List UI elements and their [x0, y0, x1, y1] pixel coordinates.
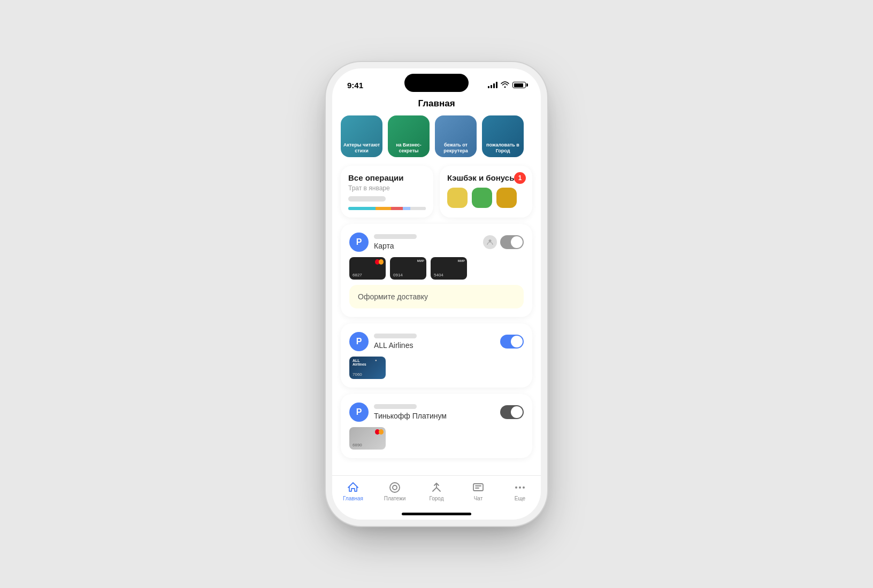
- tab-payments-label: Платежи: [384, 496, 406, 501]
- account2-row: P ALL Airlines: [349, 332, 524, 351]
- delivery-banner[interactable]: Оформите доставку: [349, 285, 524, 308]
- cashback-circle-3: [496, 188, 517, 208]
- account3-info: Тинькофф Платинум: [374, 404, 447, 420]
- account3-mini-cards: 6890: [349, 427, 524, 450]
- mini-card-5404[interactable]: МИР 5404: [431, 257, 467, 280]
- story-item-4[interactable]: пожаловать в Город: [482, 115, 524, 157]
- svg-point-0: [489, 239, 492, 242]
- story-label-3: бежать от рекрутера: [437, 142, 474, 154]
- story-label-4: пожаловать в Город: [484, 142, 522, 154]
- tab-city-label: Город: [429, 496, 443, 501]
- cashback-title: Кэшбэк и бонусы: [447, 173, 525, 182]
- status-icons: [488, 81, 526, 89]
- svg-rect-3: [473, 484, 483, 491]
- cashback-circle-1: [447, 188, 468, 208]
- story-label-1: Актеры читают стихи: [343, 142, 380, 154]
- account2-info: ALL Airlines: [374, 334, 417, 350]
- bottom-spacer: [332, 465, 541, 473]
- airlines-logo: ALLAirlines: [353, 359, 366, 366]
- account1-toggle-knob: [511, 236, 523, 248]
- tab-chat[interactable]: Чат: [462, 481, 494, 501]
- tab-city[interactable]: Город: [420, 481, 453, 501]
- mini-card-7060[interactable]: ALLAirlines ● 7060: [349, 357, 386, 379]
- tab-home-label: Главная: [343, 496, 363, 501]
- account2-card[interactable]: P ALL Airlines ALLAirlines ● 7060: [341, 323, 532, 388]
- tab-home[interactable]: Главная: [337, 481, 369, 501]
- tab-payments[interactable]: Платежи: [379, 481, 411, 501]
- card-number-0914: 0914: [393, 273, 403, 277]
- stories-row[interactable]: Актеры читают стихи на Бизнес-секреты бе…: [332, 115, 541, 166]
- account1-person-icon: [483, 235, 497, 249]
- signal-icon: [488, 82, 497, 88]
- cashback-card[interactable]: 1 Кэшбэк и бонусы: [440, 166, 532, 218]
- home-indicator: [402, 513, 471, 515]
- account2-toggle[interactable]: [500, 335, 524, 349]
- mini-card-6827[interactable]: 6827: [349, 257, 386, 280]
- card-number-6827: 6827: [353, 273, 362, 277]
- account1-toggle[interactable]: [500, 235, 524, 249]
- account3-card[interactable]: P Тинькофф Платинум 6890: [341, 394, 532, 458]
- account1-toggle-right: [483, 235, 524, 249]
- account3-toggle-knob: [511, 406, 523, 418]
- card-number-7060: 7060: [353, 372, 382, 377]
- account2-left: P ALL Airlines: [349, 332, 417, 351]
- account2-p-icon: P: [349, 332, 369, 351]
- card-number-6890: 6890: [353, 443, 362, 447]
- account3-toggle[interactable]: [500, 405, 524, 419]
- top-cards-row: Все операции Трат в январе 1 Кэшбэк и бо…: [341, 166, 532, 218]
- story-label-2: на Бизнес-секреты: [390, 142, 427, 154]
- tab-more[interactable]: Еще: [504, 481, 536, 501]
- svg-point-4: [515, 486, 517, 489]
- page-title: Главная: [332, 94, 541, 115]
- account1-mini-cards: 6827 МИР 0914 МИР 5404: [349, 257, 524, 280]
- cashback-circles: [447, 188, 525, 208]
- tab-more-label: Еще: [515, 496, 525, 501]
- all-ops-amount-blurred: [348, 196, 386, 202]
- account3-row: P Тинькофф Платинум: [349, 403, 524, 422]
- all-ops-title: Все операции: [348, 173, 426, 182]
- wifi-icon: [501, 81, 509, 89]
- mini-card-6890[interactable]: 6890: [349, 427, 386, 450]
- account2-label: ALL Airlines: [374, 341, 417, 350]
- svg-point-1: [390, 483, 400, 492]
- all-ops-subtitle: Трат в январе: [348, 184, 426, 192]
- account1-row: P Карта: [349, 233, 524, 252]
- account3-left: P Тинькофф Платинум: [349, 403, 447, 422]
- account1-card[interactable]: P Карта: [341, 224, 532, 317]
- account1-amount-blurred: [374, 234, 417, 239]
- card-number-5404: 5404: [434, 273, 443, 277]
- svg-point-6: [523, 486, 525, 489]
- phone-frame: 9:41 Главная Актеры чита: [332, 68, 541, 520]
- cashback-badge: 1: [514, 172, 526, 184]
- tab-chat-label: Чат: [474, 496, 483, 501]
- svg-point-2: [393, 485, 397, 490]
- mastercard-logo-6890: [375, 429, 384, 435]
- all-ops-progress: [348, 207, 426, 210]
- dynamic-island: [404, 74, 469, 92]
- account3-label: Тинькофф Платинум: [374, 412, 447, 420]
- story-item-2[interactable]: на Бизнес-секреты: [388, 115, 430, 157]
- svg-point-5: [519, 486, 521, 489]
- account2-mini-cards: ALLAirlines ● 7060: [349, 357, 524, 379]
- story-item-1[interactable]: Актеры читают стихи: [341, 115, 382, 157]
- account2-toggle-knob: [511, 336, 523, 347]
- mini-card-0914[interactable]: МИР 0914: [390, 257, 426, 280]
- account3-amount-blurred: [374, 404, 417, 409]
- status-time: 9:41: [347, 81, 363, 90]
- delivery-text: Оформите доставку: [358, 292, 428, 301]
- story-item-3[interactable]: бежать от рекрутера: [435, 115, 477, 157]
- mastercard-logo-6827: [375, 259, 384, 265]
- account1-p-icon: P: [349, 233, 369, 252]
- account1-info: Карта: [374, 234, 417, 250]
- account1-label: Карта: [374, 242, 417, 250]
- battery-icon: [512, 82, 526, 88]
- mir-logo-7060: ●: [375, 359, 384, 364]
- account1-left: P Карта: [349, 233, 417, 252]
- account3-p-icon: P: [349, 403, 369, 422]
- main-content: Главная Актеры читают стихи на Бизнес-се…: [332, 94, 541, 475]
- cashback-circle-2: [472, 188, 492, 208]
- account2-amount-blurred: [374, 334, 417, 338]
- all-operations-card[interactable]: Все операции Трат в январе: [341, 166, 433, 218]
